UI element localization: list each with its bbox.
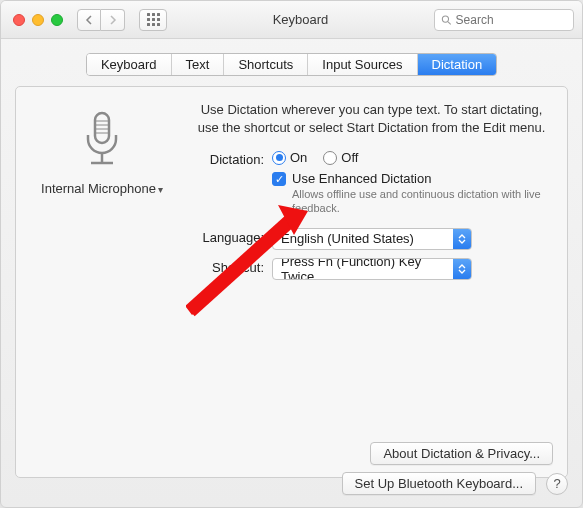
tab-text[interactable]: Text [172, 54, 225, 75]
dictation-label: Dictation: [192, 150, 272, 167]
window-title: Keyboard [175, 12, 426, 27]
about-dictation-privacy-button[interactable]: About Dictation & Privacy... [370, 442, 553, 465]
enhanced-dictation-label: Use Enhanced Dictation [292, 171, 551, 186]
tab-keyboard[interactable]: Keyboard [87, 54, 172, 75]
svg-rect-2 [95, 113, 109, 143]
on-label: On [290, 150, 307, 165]
zoom-window-button[interactable] [51, 14, 63, 26]
dictation-off-option[interactable]: Off [323, 150, 358, 165]
forward-button[interactable] [101, 9, 125, 31]
window-controls [9, 14, 63, 26]
radio-off[interactable] [323, 151, 337, 165]
dictation-radio-group: On Off [272, 150, 551, 165]
close-window-button[interactable] [13, 14, 25, 26]
shortcut-label: Shortcut: [192, 258, 272, 275]
dictation-description: Use Dictation wherever you can type text… [192, 101, 551, 136]
shortcut-value: Press Fn (Function) Key Twice [273, 258, 453, 280]
enhanced-dictation-help: Allows offline use and continuous dictat… [292, 188, 551, 216]
grid-icon [147, 13, 160, 26]
tab-input-sources[interactable]: Input Sources [308, 54, 417, 75]
back-button[interactable] [77, 9, 101, 31]
titlebar: Keyboard [1, 1, 582, 39]
off-label: Off [341, 150, 358, 165]
nav-buttons [77, 9, 125, 31]
tab-dictation[interactable]: Dictation [418, 54, 497, 75]
microphone-selector[interactable]: Internal Microphone▾ [32, 181, 172, 196]
minimize-window-button[interactable] [32, 14, 44, 26]
language-value: English (United States) [273, 231, 453, 246]
show-all-button[interactable] [139, 9, 167, 31]
tab-bar: Keyboard Text Shortcuts Input Sources Di… [15, 53, 568, 76]
microphone-label: Internal Microphone [41, 181, 156, 196]
microphone-icon [32, 107, 172, 181]
search-input[interactable] [456, 13, 567, 27]
language-label: Language: [192, 228, 272, 245]
dictation-panel: Internal Microphone▾ Use Dictation where… [15, 86, 568, 478]
dictation-on-option[interactable]: On [272, 150, 307, 165]
tab-shortcuts[interactable]: Shortcuts [224, 54, 308, 75]
microphone-column: Internal Microphone▾ [32, 101, 172, 288]
search-icon [441, 14, 452, 26]
select-arrows-icon [453, 259, 471, 279]
content-area: Keyboard Text Shortcuts Input Sources Di… [1, 39, 582, 488]
window-footer: Set Up Bluetooth Keyboard... ? [342, 472, 568, 495]
help-label: ? [553, 476, 560, 491]
radio-on[interactable] [272, 151, 286, 165]
chevron-down-icon: ▾ [158, 184, 163, 195]
settings-column: Use Dictation wherever you can type text… [192, 101, 551, 288]
search-field[interactable] [434, 9, 574, 31]
language-select[interactable]: English (United States) [272, 228, 472, 250]
select-arrows-icon [453, 229, 471, 249]
tab-set: Keyboard Text Shortcuts Input Sources Di… [86, 53, 497, 76]
svg-line-1 [448, 21, 451, 24]
enhanced-dictation-row: ✓ Use Enhanced Dictation Allows offline … [272, 171, 551, 216]
help-button[interactable]: ? [546, 473, 568, 495]
enhanced-dictation-checkbox[interactable]: ✓ [272, 172, 286, 186]
shortcut-select[interactable]: Press Fn (Function) Key Twice [272, 258, 472, 280]
svg-point-0 [442, 16, 448, 22]
setup-bluetooth-keyboard-button[interactable]: Set Up Bluetooth Keyboard... [342, 472, 536, 495]
preferences-window: Keyboard Keyboard Text Shortcuts Input S… [0, 0, 583, 508]
